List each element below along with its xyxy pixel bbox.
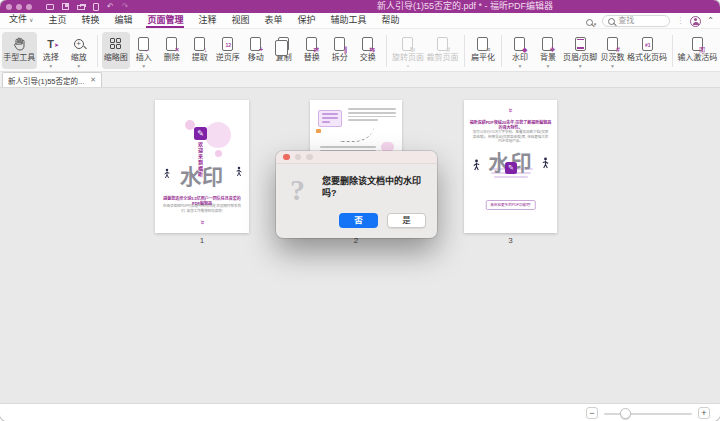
extract-page-button[interactable]: ↓ 提取 [186, 32, 214, 69]
watermark-button[interactable]: ◆ 水印 ▼ [506, 32, 534, 69]
menu-help[interactable]: 帮助 [381, 13, 401, 28]
swap-page-button[interactable]: ⇆ 交换 [354, 32, 382, 69]
dialog-close-button[interactable] [283, 154, 290, 161]
select-cursor-icon: T➤ [47, 35, 54, 52]
hand-tool-button[interactable]: 手型工具 [2, 32, 37, 69]
menu-home[interactable]: 主页 [47, 13, 67, 28]
quick-access-toolbar: ↶ ↷ [46, 3, 128, 11]
header-footer-button[interactable]: 页眉/页脚 ▼ [562, 32, 599, 69]
replace-page-button[interactable]: ⇄ 替换 [298, 32, 326, 69]
hand-icon [13, 35, 26, 52]
background-button[interactable]: ❖ 背景 ▼ [534, 32, 562, 69]
enter-activation-code-button[interactable]: ⚿ 输入激活码 [677, 32, 718, 69]
chevron-down-icon: ▼ [545, 64, 550, 69]
page-thumbnail-1[interactable]: ✎ 欢迎来到福昕 水印 感谢您选择全球5.5亿用户一同信任且喜爱的PDF编辑器 … [155, 100, 249, 233]
save-icon[interactable] [62, 3, 69, 10]
account-avatar[interactable] [690, 16, 701, 27]
duplicate-page-button[interactable]: 复制 [270, 32, 298, 69]
page2-text-lines [348, 108, 396, 123]
menu-form[interactable]: 表单 [264, 13, 284, 28]
zoom-magnifier-icon: + [74, 35, 84, 52]
split-page-button[interactable]: ∥ 拆分 [326, 32, 354, 69]
dialog-message: 您要删除该文档中的水印吗? [322, 175, 430, 199]
question-mark-icon: ? [290, 173, 305, 207]
person-figure [235, 164, 243, 182]
illustration-accent [316, 129, 321, 133]
move-page-icon: + [250, 35, 261, 52]
page-number-3: 3 [464, 236, 557, 246]
menu-edit[interactable]: 编辑 [113, 13, 133, 28]
chevron-down-icon: ▼ [405, 64, 410, 69]
search-scope-icon [586, 19, 593, 26]
foxit-logo-icon: ✎ [194, 127, 207, 140]
menu-file[interactable]: 文件∨ [8, 12, 34, 28]
dialog-yes-button[interactable]: 是 [387, 213, 426, 228]
redo-icon[interactable]: ↷ [122, 3, 129, 11]
menu-accessibility[interactable]: 辅助工具 [330, 13, 368, 28]
find-input[interactable]: 查找 [602, 15, 670, 27]
chevron-down-icon: ▼ [517, 64, 522, 69]
insert-page-icon: ← [138, 35, 149, 52]
reverse-page-order-button[interactable]: 12 逆页序 [214, 32, 242, 69]
close-tab-icon[interactable]: ✕ [90, 76, 96, 84]
reverse-order-icon: 12 [222, 35, 233, 52]
decorative-circle [205, 122, 231, 148]
zoom-out-button[interactable]: − [586, 407, 598, 419]
dashed-arrow [340, 126, 374, 142]
swap-page-icon: ⇆ [362, 35, 373, 52]
page-thumbnail-3[interactable]: » 福昕深耕PDF领域20余年,带您了解福昕编辑器的强大特性。 您可以执行OCR… [464, 100, 557, 233]
dialog-no-button[interactable]: 否 [339, 213, 378, 228]
document-icon[interactable] [93, 3, 99, 11]
chevron-down-icon: ∨ [29, 17, 33, 23]
document-tab[interactable]: 新人引导(1)55否定的... ✕ [2, 72, 102, 87]
thumbnail-panel: ✎ 欢迎来到福昕 水印 感谢您选择全球5.5亿用户一同信任且喜爱的PDF编辑器 … [0, 88, 720, 403]
zoom-slider-thumb[interactable] [620, 408, 631, 419]
undo-icon[interactable]: ↶ [107, 3, 114, 11]
menu-view[interactable]: 视图 [231, 13, 251, 28]
print-icon[interactable] [77, 5, 85, 10]
thumbnails-button[interactable]: 缩略图 [102, 32, 130, 69]
toolbar-divider [501, 35, 502, 67]
chevron-down-icon: ▼ [610, 64, 615, 69]
close-window-button[interactable] [6, 4, 12, 10]
zoom-tool-button[interactable]: + 缩放 ▼ [65, 32, 93, 69]
chevron-down-icon: ▼ [141, 64, 146, 69]
delete-watermark-dialog: ? 您要删除该文档中的水印吗? 否 是 [276, 151, 437, 238]
move-page-button[interactable]: + 移动 [242, 32, 270, 69]
menu-protect[interactable]: 保护 [297, 13, 317, 28]
minimize-window-button[interactable] [16, 4, 22, 10]
app-window: ↶ ↷ 新人引导(1)55否定的.pdf * - 福昕PDF编辑器 文件∨ 主页… [0, 0, 720, 421]
insert-page-button[interactable]: ← 插入 ▼ [130, 32, 158, 69]
bates-number-icon: # [607, 35, 618, 52]
menu-comment[interactable]: 注释 [197, 13, 217, 28]
format-page-number-button[interactable]: #1 格式化页码 [626, 32, 667, 69]
scroll-down-chevron-icon: » [198, 176, 207, 234]
chevron-down-icon: ▼ [578, 64, 583, 69]
format-page-number-icon: #1 [642, 35, 653, 52]
zoom-slider[interactable] [604, 413, 692, 416]
zoom-window-button[interactable] [26, 4, 32, 10]
rotate-page-button[interactable]: ↻ 旋转页面 ▼ [391, 32, 426, 69]
page-number-1: 1 [155, 236, 249, 246]
menu-page-management[interactable]: 页面管理 [146, 13, 184, 28]
duplicate-page-icon [278, 35, 289, 52]
crop-page-button[interactable]: # 裁剪页面 [425, 32, 460, 69]
select-tool-button[interactable]: T➤ 选择 ▼ [37, 32, 65, 69]
crop-page-icon: # [437, 35, 448, 52]
menu-convert[interactable]: 转换 [80, 13, 100, 28]
search-icon [608, 18, 615, 25]
open-file-icon[interactable] [46, 4, 54, 10]
zoom-in-button[interactable]: + [698, 407, 710, 419]
replace-page-icon: ⇄ [306, 35, 317, 52]
flatten-button[interactable]: ≡ 扁平化 [469, 32, 497, 69]
search-scope-button[interactable]: ▾ [586, 12, 597, 30]
split-page-icon: ∥ [334, 35, 345, 52]
toolbar-divider [386, 35, 387, 67]
background-icon: ❖ [542, 35, 553, 52]
collapse-toolbar-button[interactable]: ⌃ [707, 17, 714, 25]
page3-headline: 福昕深耕PDF领域20余年,带您了解福昕编辑器的强大特性。 [469, 120, 553, 130]
delete-page-button[interactable]: × 删除 [158, 32, 186, 69]
delete-page-icon: × [166, 35, 177, 52]
chevron-down-icon: ▼ [48, 64, 53, 69]
bates-number-button[interactable]: # 贝茨数 ▼ [598, 32, 626, 69]
